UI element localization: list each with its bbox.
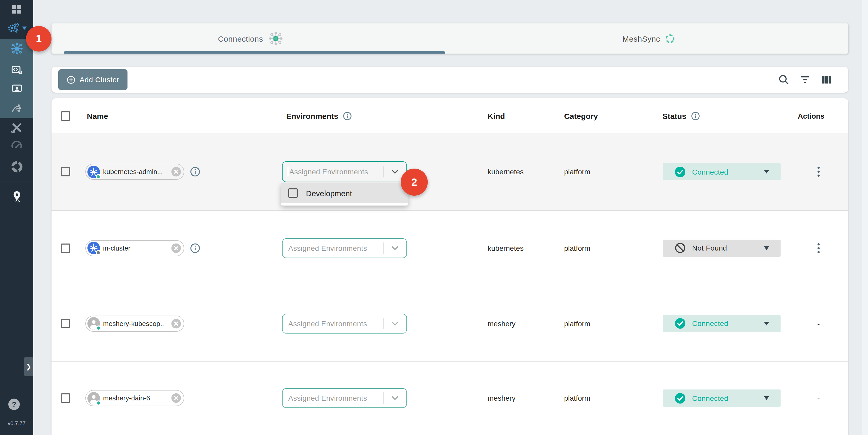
row-checkbox[interactable] xyxy=(61,167,70,177)
sidebar: ❯ ? v0.7.77 xyxy=(0,0,33,435)
row-actions-menu-button[interactable] xyxy=(814,165,823,178)
row-checkbox[interactable] xyxy=(61,319,70,328)
info-icon[interactable] xyxy=(342,111,352,121)
tab-connections[interactable]: Connections xyxy=(52,23,450,54)
environments-dropdown-menu: Development xyxy=(281,183,408,206)
sidebar-divider xyxy=(0,182,33,182)
view-columns-button[interactable] xyxy=(820,73,833,86)
chevron-down-icon[interactable] xyxy=(389,165,401,178)
mesh-sphere-icon xyxy=(268,31,283,46)
category-cell: platform xyxy=(564,319,590,328)
environments-placeholder: Assigned Environments xyxy=(289,167,368,176)
sidebar-item-location[interactable] xyxy=(0,187,33,205)
connection-name-chip[interactable]: kubernetes-admin... xyxy=(85,164,184,180)
sidebar-item-designs[interactable] xyxy=(0,80,33,97)
environments-select[interactable]: Assigned Environments xyxy=(282,388,407,408)
sidebar-item-toolbox[interactable] xyxy=(0,119,33,136)
info-icon[interactable] xyxy=(189,242,201,254)
row-checkbox[interactable] xyxy=(61,243,70,253)
tab-meshsync-label: MeshSync xyxy=(622,34,660,43)
row-actions-menu-button[interactable] xyxy=(814,242,823,254)
remove-connection-icon[interactable] xyxy=(171,318,182,329)
annotation-number: 2 xyxy=(411,176,417,188)
caret-down-icon xyxy=(764,396,769,400)
plus-circle-icon xyxy=(67,75,75,84)
info-icon[interactable] xyxy=(690,111,701,121)
remove-connection-icon[interactable] xyxy=(171,393,182,404)
select-divider xyxy=(383,318,383,329)
header-name[interactable]: Name xyxy=(87,111,108,120)
app-version: v0.7.77 xyxy=(0,420,33,426)
chevron-right-icon: ❯ xyxy=(26,363,31,371)
flow-branch-icon xyxy=(10,102,23,115)
tab-meshsync[interactable]: MeshSync xyxy=(450,23,848,54)
remove-connection-icon[interactable] xyxy=(171,166,182,177)
map-pin-icon xyxy=(10,190,23,203)
connection-status-dot xyxy=(96,400,101,405)
category-cell: platform xyxy=(564,167,590,176)
caret-down-icon xyxy=(764,321,769,325)
tab-connections-label: Connections xyxy=(218,34,263,43)
kebab-menu-icon xyxy=(817,242,820,254)
select-divider xyxy=(383,242,383,254)
remove-connection-icon[interactable] xyxy=(171,243,182,253)
header-category[interactable]: Category xyxy=(564,111,598,120)
kind-cell: meshery xyxy=(488,394,516,402)
status-select[interactable]: Connected xyxy=(663,390,781,407)
status-select[interactable]: Connected xyxy=(663,163,781,180)
annotation-number: 1 xyxy=(36,33,42,45)
help-button[interactable]: ? xyxy=(8,399,20,410)
connection-name-chip[interactable]: in-cluster xyxy=(85,240,184,256)
kind-cell: meshery xyxy=(488,319,516,328)
tabs-bar: Connections MeshSync xyxy=(52,23,848,54)
status-label: Not Found xyxy=(692,244,727,252)
select-divider xyxy=(383,166,383,178)
status-label: Connected xyxy=(692,394,728,402)
gears-icon xyxy=(6,21,20,34)
kubernetes-icon xyxy=(87,242,100,254)
row-checkbox[interactable] xyxy=(61,393,70,403)
add-cluster-label: Add Cluster xyxy=(80,75,119,84)
status-label: Connected xyxy=(692,167,728,176)
sidebar-item-configuration[interactable] xyxy=(0,99,33,117)
actions-empty: - xyxy=(814,394,823,402)
filter-button[interactable] xyxy=(799,73,811,86)
menu-item-development[interactable]: Development xyxy=(281,183,408,203)
speedometer-icon xyxy=(10,139,23,152)
search-button[interactable] xyxy=(777,73,790,86)
status-select[interactable]: Not Found xyxy=(663,239,781,256)
connection-name: meshery-dain-6 xyxy=(103,394,150,402)
select-all-checkbox[interactable] xyxy=(61,111,70,120)
header-kind[interactable]: Kind xyxy=(488,111,505,120)
sidebar-item-extensions[interactable] xyxy=(0,158,33,175)
environments-placeholder: Assigned Environments xyxy=(288,244,367,252)
info-icon[interactable] xyxy=(189,166,201,178)
mesh-network-icon xyxy=(10,41,24,55)
screen-user-icon xyxy=(10,82,23,95)
header-status[interactable]: Status xyxy=(662,111,701,121)
connection-name-chip[interactable]: meshery-kubescop... xyxy=(85,315,184,332)
sidebar-expand-button[interactable]: ❯ xyxy=(24,357,33,376)
question-mark-icon: ? xyxy=(12,400,16,408)
sidebar-item-adapters[interactable] xyxy=(0,61,33,79)
environment-checkbox[interactable] xyxy=(288,188,298,198)
environments-select[interactable]: Assigned Environments xyxy=(282,313,407,333)
sidebar-item-dashboard[interactable] xyxy=(0,1,33,18)
scrollbar-track[interactable] xyxy=(862,0,868,435)
environments-select[interactable]: Assigned Environments xyxy=(282,161,407,182)
chevron-down-icon[interactable] xyxy=(389,317,401,330)
kebab-menu-icon xyxy=(817,165,820,178)
add-cluster-button[interactable]: Add Cluster xyxy=(58,69,128,90)
chevron-down-icon[interactable] xyxy=(389,392,401,404)
check-circle-icon xyxy=(674,318,686,329)
caret-down-icon xyxy=(764,246,769,250)
connection-name-chip[interactable]: meshery-dain-6 xyxy=(85,390,184,406)
environments-select[interactable]: Assigned Environments xyxy=(282,238,407,258)
sidebar-item-performance[interactable] xyxy=(0,137,33,155)
connections-table: Name Environments Kind Category Status xyxy=(52,98,848,435)
check-circle-icon xyxy=(674,392,686,404)
header-environments[interactable]: Environments xyxy=(286,111,352,121)
status-select[interactable]: Connected xyxy=(663,315,781,332)
not-found-icon xyxy=(674,242,686,254)
chevron-down-icon[interactable] xyxy=(389,242,401,254)
